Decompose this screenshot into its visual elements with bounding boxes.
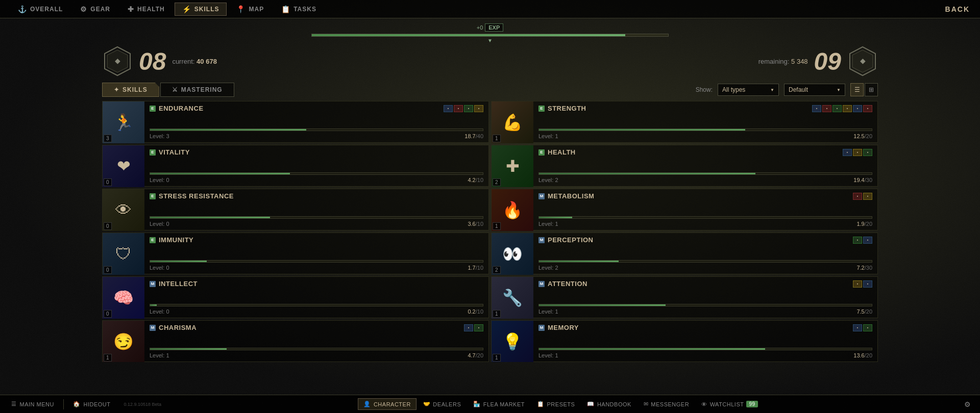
skill-progress-text: 4.2/10 <box>468 177 483 183</box>
tasks-label: TASKS <box>293 6 316 13</box>
skill-info: M Intellect Level: 0 0.2/10 <box>144 277 488 318</box>
skill-progress-text: 18.7/40 <box>464 133 483 139</box>
skill-bar-fill <box>150 348 227 350</box>
flea-market-icon: 🏪 <box>473 401 481 407</box>
skill-card[interactable]: 👀 2 M Perception ▪▪ <box>491 233 878 274</box>
skill-card[interactable]: 🔧 1 M Attention ▪▪ <box>491 276 878 318</box>
skill-footer: Level: 0 0.2/10 <box>150 308 483 315</box>
skill-progress-text: 4.7/20 <box>468 352 483 358</box>
gear-label: GEAR <box>90 6 110 13</box>
presets-nav-btn[interactable]: 📋 PRESETS <box>531 398 580 410</box>
nav-gear[interactable]: ⚙ GEAR <box>72 3 118 16</box>
skill-badge-2: ▪ <box>464 105 473 112</box>
skill-progress-text: 7.2/30 <box>856 265 872 271</box>
skill-footer: Level: 0 3.6/10 <box>150 221 483 227</box>
skill-name-row: E Immunity <box>150 236 193 244</box>
skill-bar-fill <box>539 348 765 350</box>
skill-level-text: Level: 3 <box>150 133 169 139</box>
skill-level-text: Level: 0 <box>150 177 169 183</box>
main-menu-icon: ☰ <box>11 401 17 407</box>
skill-card[interactable]: ✚ 2 E Health ▪▪▪ <box>491 145 878 187</box>
type-filter-dropdown[interactable]: All types <box>718 84 779 96</box>
messenger-nav-btn[interactable]: ✉ MESSENGER <box>638 398 695 410</box>
skills-tab-label: SKILLS <box>122 86 148 93</box>
skill-name: Intellect <box>159 280 198 288</box>
skill-name: Memory <box>548 324 579 331</box>
overall-label: OVERALL <box>30 6 63 13</box>
skill-type-icon: M <box>538 193 545 199</box>
nav-skills[interactable]: ⚡ SKILLS <box>175 3 227 16</box>
map-icon: 📍 <box>236 5 246 13</box>
xp-top-area: +0 EXP ▼ <box>102 18 878 43</box>
skill-badge-0: ▪ <box>853 237 862 244</box>
nav-tasks[interactable]: 📋 TASKS <box>274 3 324 16</box>
tab-skills[interactable]: ✦ SKILLS <box>102 83 159 97</box>
sort-filter-dropdown[interactable]: Default <box>784 84 845 96</box>
dealers-nav-btn[interactable]: 🤝 DEALERS <box>418 398 467 410</box>
skill-name: Strength <box>548 105 586 112</box>
skill-type-icon: M <box>538 237 545 243</box>
back-button[interactable]: BACK <box>945 5 970 13</box>
skill-badge-1: ▪ <box>853 149 862 156</box>
skill-progress-area: Level: 1 12.5/20 <box>538 128 872 139</box>
skill-card[interactable]: 🔥 1 M Metabolism ▪▪ <box>491 189 878 230</box>
skill-card[interactable]: 💡 1 M Memory ▪▪ <box>491 320 878 362</box>
gear-icon: ⚙ <box>80 5 87 13</box>
list-view-btn[interactable]: ☰ <box>850 83 864 96</box>
skill-badges: ▪▪ <box>853 324 872 331</box>
bottom-right: ⚙ <box>960 398 975 410</box>
skill-badge-0: ▪ <box>853 280 862 288</box>
main-menu-btn[interactable]: ☰ MAIN MENU <box>5 399 60 409</box>
skill-card[interactable]: 🏃 3 E Endurance ▪▪▪▪ <box>102 101 489 143</box>
skill-badges: ▪▪ <box>853 280 872 288</box>
nav-health[interactable]: ✚ HEALTH <box>120 3 173 16</box>
skills-label: SKILLS <box>194 6 219 13</box>
skill-header: E Strength ▪▪▪▪▪▪ <box>538 105 872 112</box>
nav-map[interactable]: 📍 MAP <box>229 3 272 16</box>
skill-name-row: M Charisma <box>150 324 197 331</box>
character-nav-label: CHARACTER <box>374 401 411 407</box>
svg-text:◆: ◆ <box>860 57 866 65</box>
skill-footer: Level: 1 13.6/20 <box>538 352 872 358</box>
level-left: ◆ 08 current: 40 678 <box>102 46 217 76</box>
skill-badge-4: ▪ <box>853 105 862 112</box>
skill-badges: ▪▪▪▪ <box>444 105 483 112</box>
skill-badge-5: ▪ <box>863 105 872 112</box>
skill-card[interactable]: ❤ 0 E Vitality <box>102 145 489 187</box>
skill-bar-track <box>538 260 872 263</box>
nav-overall[interactable]: ⚓ OVERALL <box>10 3 70 16</box>
skill-card[interactable]: 🛡 0 E Immunity <box>102 233 489 274</box>
skill-info: E Endurance ▪▪▪▪ Level: 3 18.7/40 <box>144 101 488 142</box>
mastering-tab-icon: ⚔ <box>172 86 178 93</box>
skill-bar-fill <box>150 129 306 131</box>
skill-info: M Charisma ▪▪ Level: 1 4.7/20 <box>144 321 488 362</box>
skill-type-icon: M <box>538 325 545 331</box>
mastering-tab-label: MASTERING <box>181 86 223 93</box>
skill-badge-1: ▪ <box>454 105 463 112</box>
watchlist-nav-btn[interactable]: 👁 WATCHLIST 99 <box>696 398 763 410</box>
skill-level-badge: 0 <box>104 266 112 274</box>
character-nav-btn[interactable]: 👤 CHARACTER <box>358 398 416 410</box>
skill-level-badge: 0 <box>104 178 112 186</box>
grid-view-btn[interactable]: ⊞ <box>865 83 878 96</box>
skill-header: M Perception ▪▪ <box>538 236 872 244</box>
skill-card[interactable]: 💪 1 E Strength ▪▪▪▪▪▪ <box>491 101 878 143</box>
skill-card[interactable]: 👁 0 E Stress Resistance <box>102 189 489 230</box>
hideout-icon: 🏠 <box>73 401 81 407</box>
skill-card[interactable]: 😏 1 M Charisma ▪▪ <box>102 320 489 362</box>
sort-filter-value: Default <box>789 86 808 93</box>
skill-type-icon: E <box>538 149 545 156</box>
handbook-nav-btn[interactable]: 📖 HANDBOOK <box>581 398 636 410</box>
skill-type-icon: E <box>538 106 545 112</box>
skill-type-icon: E <box>150 106 156 112</box>
skill-badges: ▪▪ <box>853 193 872 200</box>
tab-mastering[interactable]: ⚔ MASTERING <box>160 83 234 97</box>
skill-level-text: Level: 1 <box>538 308 558 315</box>
skill-header: E Health ▪▪▪ <box>538 148 872 156</box>
skill-card[interactable]: 🧠 0 M Intellect <box>102 276 489 318</box>
skill-progress-text: 3.6/10 <box>468 221 483 227</box>
settings-icon[interactable]: ⚙ <box>960 398 975 410</box>
flea-market-nav-btn[interactable]: 🏪 FLEA MARKET <box>468 398 530 410</box>
skill-footer: Level: 1 7.5/20 <box>538 308 872 315</box>
hideout-btn[interactable]: 🏠 HIDEOUT <box>67 399 117 409</box>
